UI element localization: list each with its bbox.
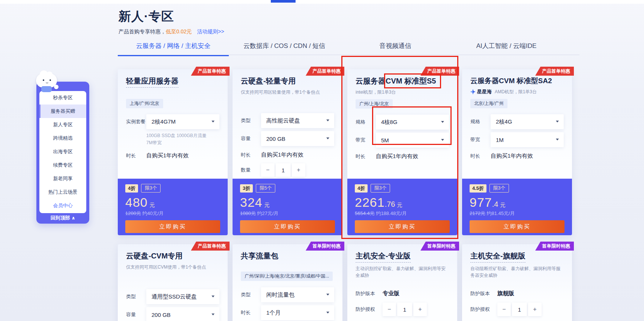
card-title: 轻量应用服务器 [126,76,179,88]
card-cbs-cvm: 产品首单特惠 云硬盘-CVM专用 仅支持同可用区CVM使用，带1个备份点 类型 … [118,244,228,321]
card-title-model: CVM 标准型S5 [386,77,436,85]
minus-button[interactable]: − [383,303,396,316]
sidebar-item-cross-border[interactable]: 跨境精选 [39,131,86,145]
chevron-down-icon [441,139,444,141]
activity-rules-link[interactable]: 活动规则>> [197,28,224,34]
card-title: 共享流量包 [241,251,278,261]
new-user-zone-page: 新人·专区 产品首购专享特惠，低至0.02元活动规则>> 云服务器 / 网络 /… [0,0,644,321]
limit-badge: 限3个 [489,184,509,193]
region-tag: 上海/广州/北京 [126,99,163,108]
ribbon-limited-time: 首单限时特惠 [306,242,344,251]
page-title: 新人·专区 [119,8,174,25]
disk-type-select[interactable]: 高性能云硬盘 [261,113,334,128]
card-title: 云硬盘-CVM专用 [126,251,183,261]
quantity-value: 1 [276,163,291,177]
plan-spec-helper: 100GB SSD盘 1000GB月流量 7M带宽 [146,132,219,146]
buy-now-button[interactable]: 立即购买 [240,220,335,233]
tab-audio-video[interactable]: 音视频通信 [340,39,451,55]
subtitle-price-highlight: 低至0.02元 [166,28,192,34]
duration-value: 自购买1年内有效 [376,153,418,160]
capacity-select[interactable]: 200 GB [146,307,219,321]
ribbon-first-order: 产品首单特惠 [420,67,459,76]
original-price: 1080元 约27元/月 [240,210,335,217]
original-price: 2172元 约81.45元/月 [470,210,564,217]
field-label: 类型 [241,117,261,124]
sidebar-item-new-old[interactable]: 新老同享 [39,172,86,185]
card-host-security-flagship: 首单限时特惠 主机安全-旗舰版 自动阻断挖矿勒索、暴力破解、漏洞利用等服务器安全… [462,244,572,321]
subtitle-text: 产品首购专享特惠， [119,28,166,34]
duration-select[interactable]: 1个月 [261,305,334,320]
tab-ai-ide[interactable]: AI人工智能 / 云端IDE [451,39,562,55]
quantity-value: 1 [512,303,527,316]
chevron-down-icon [326,312,329,314]
chevron-down-icon [326,294,329,296]
top-nav-active-indicator [271,0,296,3]
instance-plan-select[interactable]: 2核4G7M [146,114,219,129]
top-bar [0,0,644,4]
chevron-down-icon [212,314,215,315]
spec-select[interactable]: 4核8G [376,115,449,130]
chevron-down-icon [326,119,329,121]
minus-button[interactable]: − [497,303,511,316]
original-price: 5654.4元 约188.48元/月 [355,210,450,217]
back-to-top-button[interactable]: 回到顶部∧ [36,215,89,221]
limit-badge: 限3个 [141,184,161,193]
minus-button[interactable]: − [261,163,275,177]
card-title: 主机安全-专业版 [356,251,411,263]
page-subtitle: 产品首购专享特惠，低至0.02元活动规则>> [119,28,224,35]
brand-name: 星星海 [477,88,492,95]
field-label: 时长 [126,152,146,159]
card-cvm-sa2: 产品首单特惠 云服务器CVM 标准型SA2 星星海 AMD机型，限1单3台 北京… [462,69,572,235]
region-tag: 广州/深圳/上海/南京/北京/重庆/成都/中国... [241,272,333,281]
plus-button[interactable]: + [292,163,305,177]
mascot-mouth [46,82,48,83]
mascot-body [41,86,52,92]
tab-cvm-network-security[interactable]: 云服务器 / 网络 / 主机安全 [118,39,229,55]
buy-now-button[interactable]: 立即购买 [125,220,220,233]
field-label: 类型 [126,293,146,300]
field-label: 容量 [126,311,146,318]
duration-value: 自购买1年内有效 [491,152,533,160]
mascot-arm [54,85,59,89]
field-label: 容量 [241,135,261,142]
buy-now-button[interactable]: 立即购买 [355,220,450,233]
chevron-down-icon [326,137,329,139]
plus-button[interactable]: + [413,303,427,316]
field-label: 时长 [241,309,261,316]
xingxinghai-icon [470,89,476,94]
bandwidth-select[interactable]: 1M [491,132,564,147]
card-shared-traffic: 首单限时特惠 共享流量包 广州/深圳/上海/南京/北京/重庆/成都/中国... … [233,244,342,321]
bandwidth-select[interactable]: 5M [376,133,449,148]
traffic-type-select[interactable]: 闲时流量包 [261,287,334,302]
price-panel: 3折 限5个 324元 1080元 约27元/月 立即购买 [233,179,342,235]
chevron-up-icon: ∧ [72,215,75,221]
card-title: 云服务器CVM 标准型SA2 [470,76,552,86]
chevron-down-icon [212,121,215,122]
sidebar-item-member-center[interactable]: 会员中心 [39,199,86,212]
card-subtitle: AMD机型，限1单3台 [495,89,537,95]
card-lighthouse-server: 产品首单特惠 轻量应用服务器 上海/广州/北京 实例套餐 2核4G7M 100G… [118,69,228,235]
sidebar-item-server-gift[interactable]: 服务器买赠 [39,105,86,118]
mascot-eye [43,79,44,81]
sidebar-item-renewal[interactable]: 续费专区 [39,158,86,172]
chevron-down-icon [212,296,215,297]
spec-select[interactable]: 2核4G [491,114,564,129]
region-tag: 广州/上海/北京 [356,99,393,109]
sidebar-item-overseas[interactable]: 出海专区 [39,145,86,158]
sidebar-item-new-user[interactable]: 新人专区 [39,118,86,131]
tab-db-cos-cdn-sms[interactable]: 云数据库 / COS / CDN / 短信 [229,39,340,55]
sidebar-item-hot-scenes[interactable]: 热门上云场景 [39,185,86,199]
category-tabs: 云服务器 / 网络 / 主机安全 云数据库 / COS / CDN / 短信 音… [118,39,562,55]
ribbon-first-order: 产品首单特惠 [306,67,344,76]
disk-type-select[interactable]: 通用型SSD云硬盘 [146,289,219,304]
original-price: 1200元 约40元/月 [125,210,220,217]
field-label: 规格 [470,118,491,125]
chevron-down-icon [556,121,559,122]
ribbon-first-order: 产品首单特惠 [535,67,574,76]
plus-button[interactable]: + [528,303,542,316]
field-label: 实例套餐 [126,118,146,125]
field-label: 防护版本 [356,290,383,297]
buy-now-button[interactable]: 立即购买 [470,220,564,233]
capacity-select[interactable]: 200 GB [261,131,334,146]
ribbon-first-order: 产品首单特惠 [191,242,230,251]
